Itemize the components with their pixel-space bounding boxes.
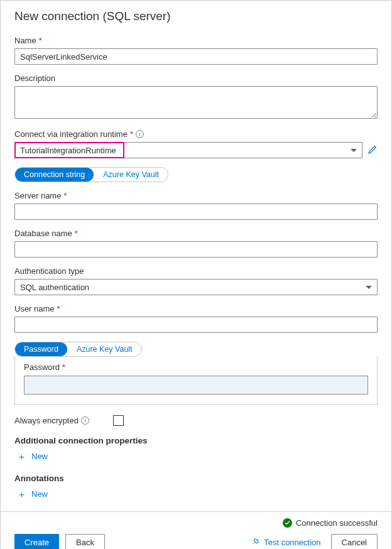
connection-status: Connection successful bbox=[14, 518, 378, 528]
required-asterisk: * bbox=[63, 191, 67, 200]
required-asterisk: * bbox=[75, 229, 78, 238]
plug-icon bbox=[251, 537, 260, 548]
password-tabs: Password Azure Key Vault bbox=[14, 342, 142, 357]
auth-type-select[interactable]: SQL authentication bbox=[14, 279, 378, 295]
name-input[interactable] bbox=[14, 48, 378, 65]
tab-connection-string[interactable]: Connection string bbox=[15, 168, 94, 182]
password-label-text: Password bbox=[24, 362, 60, 372]
success-icon bbox=[283, 518, 292, 528]
field-user-name: User name * bbox=[14, 304, 378, 333]
auth-type-label-text: Authentication type bbox=[14, 266, 84, 276]
plus-icon: ＋ bbox=[17, 452, 26, 461]
create-button[interactable]: Create bbox=[14, 534, 59, 549]
always-encrypted-text: Always encrypted bbox=[14, 416, 79, 425]
field-runtime: Connect via integration runtime * i bbox=[14, 129, 378, 158]
runtime-label: Connect via integration runtime * i bbox=[14, 129, 378, 139]
always-encrypted-label: Always encrypted i bbox=[14, 416, 89, 425]
row-always-encrypted: Always encrypted i bbox=[14, 415, 378, 426]
cancel-button[interactable]: Cancel bbox=[331, 534, 378, 549]
always-encrypted-checkbox[interactable] bbox=[113, 415, 124, 426]
field-name: Name * bbox=[14, 36, 378, 65]
runtime-select[interactable] bbox=[14, 142, 362, 158]
description-label-text: Description bbox=[14, 73, 55, 83]
password-label: Password * bbox=[24, 362, 368, 372]
add-property-button[interactable]: ＋ New bbox=[14, 450, 50, 462]
field-database-name: Database name * bbox=[14, 229, 378, 258]
new-connection-panel: New connection (SQL server) Name * Descr… bbox=[0, 0, 392, 549]
database-name-input[interactable] bbox=[14, 241, 378, 258]
button-row: Create Back Test connection Cancel bbox=[14, 534, 378, 549]
back-button[interactable]: Back bbox=[65, 534, 105, 549]
password-panel: Password * bbox=[14, 356, 378, 405]
user-name-label: User name * bbox=[14, 304, 378, 313]
required-asterisk: * bbox=[130, 129, 133, 139]
password-input[interactable] bbox=[24, 376, 368, 394]
user-name-label-text: User name bbox=[14, 304, 55, 313]
database-name-label-text: Database name bbox=[14, 229, 72, 238]
required-asterisk: * bbox=[62, 362, 65, 372]
section-annotations: Annotations bbox=[14, 474, 378, 483]
section-additional-props: Additional connection properties bbox=[14, 436, 378, 445]
name-label-text: Name bbox=[14, 36, 36, 45]
field-server-name: Server name * bbox=[14, 191, 378, 220]
test-connection-text: Test connection bbox=[264, 538, 320, 547]
field-auth-type: Authentication type SQL authentication bbox=[14, 266, 378, 295]
name-label: Name * bbox=[14, 36, 378, 45]
user-name-input[interactable] bbox=[14, 317, 378, 333]
field-description: Description bbox=[14, 73, 378, 121]
status-text: Connection successful bbox=[296, 518, 378, 528]
runtime-select-wrap bbox=[14, 142, 362, 158]
panel-title: New connection (SQL server) bbox=[1, 1, 391, 30]
required-asterisk: * bbox=[39, 36, 42, 45]
connection-tabs: Connection string Azure Key Vault bbox=[14, 167, 168, 182]
new-link-text: New bbox=[31, 489, 48, 499]
required-asterisk: * bbox=[57, 304, 60, 313]
tab-password[interactable]: Password bbox=[15, 342, 67, 356]
new-link-text: New bbox=[31, 452, 48, 461]
database-name-label: Database name * bbox=[14, 229, 378, 238]
description-textarea[interactable] bbox=[14, 86, 378, 119]
tab-azure-key-vault-1[interactable]: Azure Key Vault bbox=[94, 168, 168, 182]
auth-type-label: Authentication type bbox=[14, 266, 378, 276]
footer: Connection successful Create Back Test c… bbox=[1, 511, 391, 549]
add-annotation-button[interactable]: ＋ New bbox=[14, 488, 50, 500]
info-icon[interactable]: i bbox=[136, 130, 144, 138]
form-body: Name * Description Connect via integrati… bbox=[1, 30, 391, 511]
runtime-label-text: Connect via integration runtime bbox=[14, 129, 128, 139]
description-label: Description bbox=[14, 73, 378, 83]
pencil-icon[interactable] bbox=[368, 144, 378, 156]
server-name-input[interactable] bbox=[14, 204, 378, 220]
server-name-label: Server name * bbox=[14, 191, 378, 200]
server-name-label-text: Server name bbox=[14, 191, 61, 200]
tab-azure-key-vault-2[interactable]: Azure Key Vault bbox=[67, 342, 141, 356]
test-connection-button[interactable]: Test connection bbox=[245, 534, 327, 549]
info-icon[interactable]: i bbox=[81, 416, 89, 425]
plus-icon: ＋ bbox=[17, 489, 26, 499]
